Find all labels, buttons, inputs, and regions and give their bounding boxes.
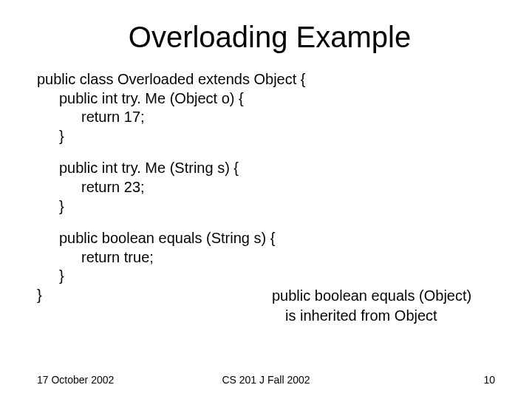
footer: 17 October 2002 CS 201 J Fall 2002 10 [0,374,532,386]
code-area: public class Overloaded extends Object {… [37,70,502,305]
footer-course: CS 201 J Fall 2002 [222,374,310,386]
slide: Overloading Example public class Overloa… [0,0,532,399]
annotation-note: public boolean equals (Object) is inheri… [272,286,516,326]
code-line: public boolean equals (String s) { [37,229,502,248]
note-line: public boolean equals (Object) [272,286,516,306]
footer-date: 17 October 2002 [37,374,114,386]
code-line: } [37,267,502,286]
code-line: public class Overloaded extends Object { [37,70,502,89]
code-line: return 23; [37,178,502,197]
footer-page: 10 [483,374,495,386]
slide-title: Overloading Example [37,21,502,54]
code-line: public int try. Me (Object o) { [37,89,502,109]
code-line: public int try. Me (String s) { [37,159,502,178]
code-block-1: public class Overloaded extends Object {… [37,70,502,146]
code-line: } [37,197,502,216]
code-line: return true; [37,248,502,267]
code-line: } [37,127,502,146]
code-block-2: public int try. Me (String s) { return 2… [37,159,502,216]
code-line: return 17; [37,108,502,127]
note-line: is inherited from Object [272,306,516,326]
